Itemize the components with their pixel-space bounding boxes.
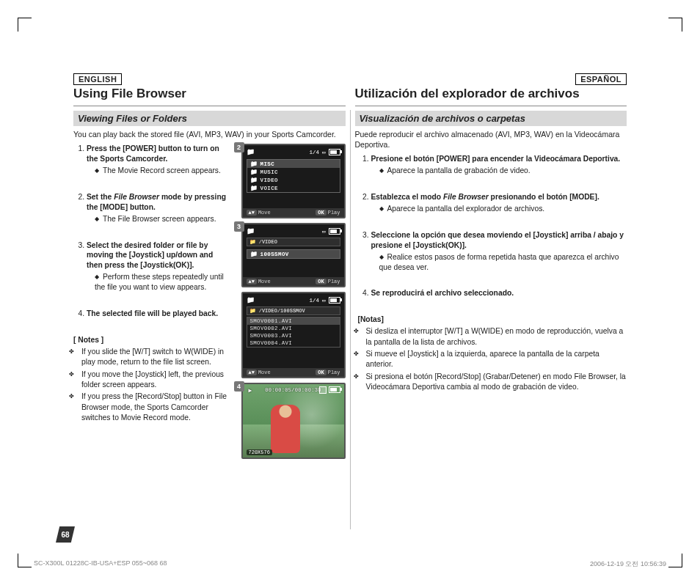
card-icon: ▭	[322, 297, 326, 304]
ok-key-icon: OK	[316, 210, 326, 216]
notes-heading-en: [ Notes ]	[73, 335, 231, 345]
figure-step-number: 2	[234, 142, 244, 152]
battery-icon	[329, 297, 340, 304]
battery-icon	[329, 386, 340, 393]
step-title: Establezca el modo File Browser presiona…	[371, 192, 627, 202]
figure-step-number: 3	[234, 221, 244, 232]
ok-key-icon: OK	[316, 370, 326, 375]
card-icon: ▭	[322, 149, 326, 155]
step-title: Press the [POWER] button to turn on the …	[87, 144, 231, 164]
figure-step-3: 3 ▭ 📁 /VIDEO	[236, 223, 346, 287]
step-title: Set the File Browser mode by pressing th…	[87, 192, 231, 213]
figure-step-2: 2 1/4 ▭	[236, 144, 346, 218]
intro-en: You can play back the stored file (AVI, …	[73, 129, 346, 139]
step-sub: Aparece la pantalla del explorador de ar…	[379, 204, 627, 214]
list-item: SMOV0001.AVI	[247, 317, 340, 325]
step-title: Presione el botón [POWER] para encender …	[371, 154, 627, 164]
ok-key-icon: OK	[316, 279, 326, 284]
page-counter: 1/4	[309, 150, 319, 155]
subheading-es: Visualización de archivos o carpetas	[355, 111, 627, 126]
folder-icon	[250, 177, 258, 183]
steps-list-en: Press the [POWER] button to turn on the …	[73, 144, 231, 319]
step-sub: The Movie Record screen appears.	[95, 166, 231, 176]
step-title: The selected file will be played back.	[87, 309, 231, 319]
print-footer: SC-X300L 01228C-IB-USA+ESP 055~068 68 20…	[34, 559, 666, 569]
playback-time: 00:00:05/00:00:30	[259, 386, 328, 394]
video-subject-icon	[271, 405, 300, 453]
path-bar: 📁 /VIDEO/100SSMOV	[247, 306, 340, 315]
step-sub: Aparece la pantalla de grabación de vide…	[379, 166, 627, 176]
steps-list-es: Presione el botón [POWER] para encender …	[358, 154, 627, 298]
card-icon	[319, 386, 327, 394]
lang-badge-en: ENGLISH	[73, 73, 122, 85]
notes-list-en: If you slide the [W/T] switch to W(WIDE)…	[73, 347, 231, 424]
step-sub: Realice estos pasos de forma repetida ha…	[379, 252, 627, 273]
note-item: If you move the [Joystick] left, the pre…	[81, 370, 231, 391]
move-key-icon: ▲▼	[247, 370, 257, 375]
step-sub: Perform these steps repeatedly until the…	[95, 272, 231, 293]
list-item: MISC	[247, 160, 340, 168]
step-title: Select the desired folder or file by mov…	[87, 240, 231, 271]
figure-step-4: 4 00:00:05/00:00:30 720X576	[236, 383, 346, 459]
step-title: Seleccione la opción que desea moviendo …	[371, 230, 627, 251]
figure-column: 2 1/4 ▭	[236, 144, 346, 529]
resolution-label: 720X576	[247, 449, 272, 455]
folder-icon	[250, 169, 258, 175]
lang-badge-es: ESPAÑOL	[575, 73, 627, 85]
notes-list-es: Si desliza el interruptor [W/T] a W(WIDE…	[358, 326, 627, 392]
folder-icon	[250, 251, 258, 257]
list-item: 100SSMOV	[247, 250, 340, 258]
card-icon: ▭	[322, 228, 326, 235]
note-item: Si presiona el botón [Record/Stop] (Grab…	[366, 372, 627, 393]
folder-icon	[250, 185, 258, 191]
list-item: SMOV0003.AVI	[247, 332, 340, 339]
notes-heading-es: [Notas]	[358, 315, 627, 325]
footer-timestamp: 2006-12-19 오전 10:56:39	[590, 559, 666, 569]
subheading-en: Viewing Files or Folders	[73, 111, 346, 126]
page-counter: 1/4	[309, 298, 319, 304]
list-item: SMOV0002.AVI	[247, 325, 340, 332]
page-title-es: Utilización del explorador de archivos	[355, 87, 627, 101]
folder-icon	[247, 296, 255, 304]
page-title-en: Using File Browser	[73, 87, 346, 101]
figure-file-list: 1/4 ▭ 📁 /VIDEO/100SSMOV SMOV0001.AVI SMO…	[236, 292, 346, 378]
move-key-icon: ▲▼	[247, 210, 257, 216]
list-item: VOICE	[247, 184, 340, 192]
page-number-badge: 68	[56, 526, 75, 543]
figure-step-number: 4	[234, 381, 244, 392]
step-sub: The File Browser screen appears.	[95, 214, 231, 224]
battery-icon	[329, 228, 340, 235]
column-spanish: ESPAÑOL Utilización del explorador de ar…	[351, 73, 627, 529]
column-english: ENGLISH Using File Browser Viewing Files…	[73, 73, 350, 529]
folder-icon	[247, 227, 255, 235]
list-item: VIDEO	[247, 176, 340, 184]
note-item: Si desliza el interruptor [W/T] a W(WIDE…	[366, 326, 627, 348]
footer-doc-id: SC-X300L 01228C-IB-USA+ESP 055~068 68	[34, 559, 167, 569]
note-item: If you slide the [W/T] switch to W(WIDE)…	[81, 347, 231, 368]
folder-icon	[250, 161, 258, 167]
folder-icon	[247, 148, 255, 156]
note-item: If you press the [Record/Stop] button in…	[81, 392, 231, 423]
step-title: Se reproducirá el archivo seleccionado.	[371, 288, 627, 298]
path-bar: 📁 /VIDEO	[247, 238, 340, 246]
list-item: SMOV0004.AVI	[247, 339, 340, 347]
intro-es: Puede reproducir el archivo almacenado (…	[355, 129, 627, 150]
note-item: Si mueve el [Joystick] a la izquierda, a…	[366, 349, 627, 370]
battery-icon	[329, 149, 340, 155]
list-item: MUSIC	[247, 168, 340, 176]
move-key-icon: ▲▼	[247, 279, 257, 284]
